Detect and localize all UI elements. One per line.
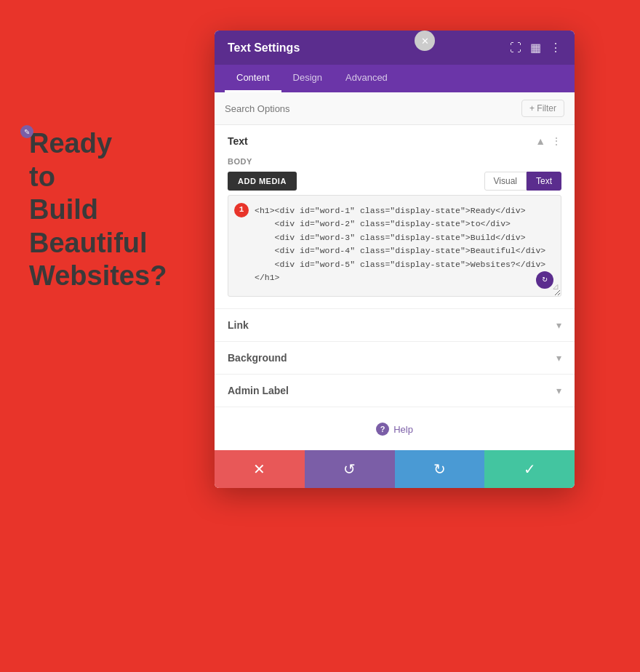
tab-design[interactable]: Design: [281, 65, 334, 92]
background-section-chevron-icon: ▾: [556, 352, 561, 364]
text-settings-modal: Text Settings ⛶ ▦ ⋮ Content Design Advan…: [215, 31, 575, 488]
undo-button[interactable]: ↺: [305, 450, 395, 488]
modal-close-circle-button[interactable]: ✕: [415, 31, 435, 51]
link-section-header[interactable]: Link ▾: [215, 309, 575, 341]
refresh-icon[interactable]: ↻: [536, 271, 553, 289]
search-input[interactable]: [225, 103, 443, 114]
help-section: ? Help: [215, 407, 575, 450]
modal-footer: ✕ ↺ ↻ ✓: [215, 450, 575, 488]
text-section-chevron-up-icon: ▲: [535, 135, 545, 147]
link-section-chevron-icon: ▾: [556, 319, 561, 331]
split-view-icon[interactable]: ▦: [530, 41, 541, 55]
link-section-title: Link: [228, 319, 249, 331]
text-section-content: Body ADD MEDIA Visual Text 1 <h1><div id…: [215, 157, 575, 308]
editor-toolbar: ADD MEDIA Visual Text: [228, 172, 561, 191]
text-section-title: Text: [228, 135, 248, 147]
cancel-button[interactable]: ✕: [215, 450, 305, 488]
modal-body: Text ▲ ⋮ Body ADD MEDIA Visual Text 1: [215, 125, 575, 450]
admin-label-chevron-icon: ▾: [556, 385, 561, 396]
modal-titlebar: Text Settings ⛶ ▦ ⋮: [215, 31, 575, 65]
resize-handle[interactable]: ⊿: [552, 281, 559, 295]
filter-button[interactable]: + Filter: [521, 100, 564, 117]
text-section: Text ▲ ⋮ Body ADD MEDIA Visual Text 1: [215, 125, 575, 309]
visual-view-button[interactable]: Visual: [484, 172, 527, 191]
admin-label-section-header[interactable]: Admin Label ▾: [215, 375, 575, 407]
background-section: Background ▾: [215, 342, 575, 375]
canvas-heading: Ready to Build Beautiful Websites?: [29, 127, 167, 293]
text-section-menu-icon[interactable]: ⋮: [551, 135, 561, 147]
admin-label-section-title: Admin Label: [228, 385, 289, 396]
tab-content[interactable]: Content: [225, 65, 281, 92]
text-section-header[interactable]: Text ▲ ⋮: [215, 125, 575, 157]
search-bar: + Filter: [215, 92, 575, 125]
step-badge: 1: [234, 203, 249, 217]
add-media-button[interactable]: ADD MEDIA: [228, 172, 297, 191]
background-section-title: Background: [228, 352, 287, 364]
help-icon: ?: [376, 423, 389, 436]
tab-advanced[interactable]: Advanced: [334, 65, 399, 92]
admin-label-section: Admin Label ▾: [215, 375, 575, 407]
edit-icon: ✎: [20, 125, 33, 138]
body-label: Body: [228, 157, 561, 166]
fullscreen-icon[interactable]: ⛶: [510, 41, 521, 55]
modal-title: Text Settings: [228, 41, 300, 55]
modal-tabs: Content Design Advanced: [215, 65, 575, 92]
editor-view-toggle: Visual Text: [484, 172, 561, 191]
code-editor[interactable]: 1 <h1><div id="word-1" class="display-st…: [228, 195, 561, 297]
more-options-icon[interactable]: ⋮: [550, 41, 561, 55]
text-view-button[interactable]: Text: [527, 172, 561, 191]
help-label: Help: [393, 424, 413, 435]
titlebar-icons: ⛶ ▦ ⋮: [510, 41, 561, 55]
code-content: <h1><div id="word-1" class="display-stat…: [255, 204, 552, 284]
save-button[interactable]: ✓: [484, 450, 575, 488]
link-section: Link ▾: [215, 309, 575, 342]
help-button[interactable]: ? Help: [376, 423, 413, 436]
redo-button[interactable]: ↻: [395, 450, 485, 488]
background-section-header[interactable]: Background ▾: [215, 342, 575, 374]
